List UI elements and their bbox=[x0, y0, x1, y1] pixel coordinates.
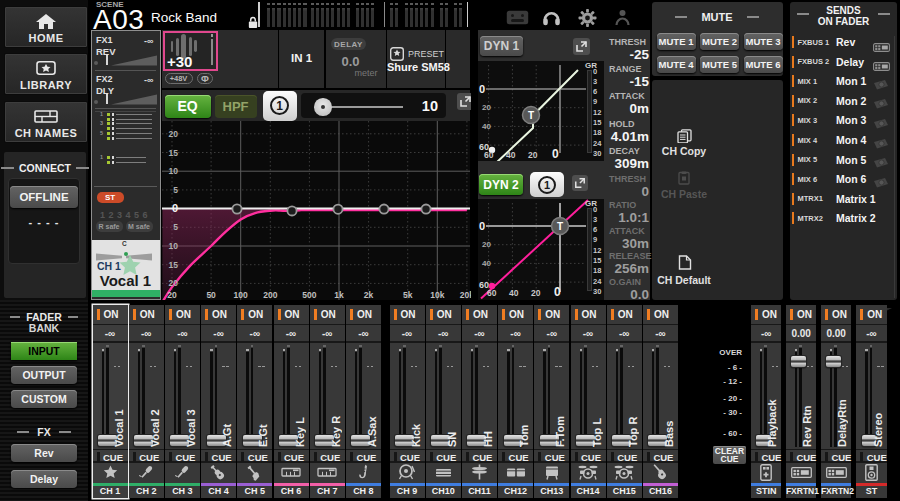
svg-text:T: T bbox=[528, 110, 534, 121]
svg-text:T: T bbox=[557, 221, 563, 232]
